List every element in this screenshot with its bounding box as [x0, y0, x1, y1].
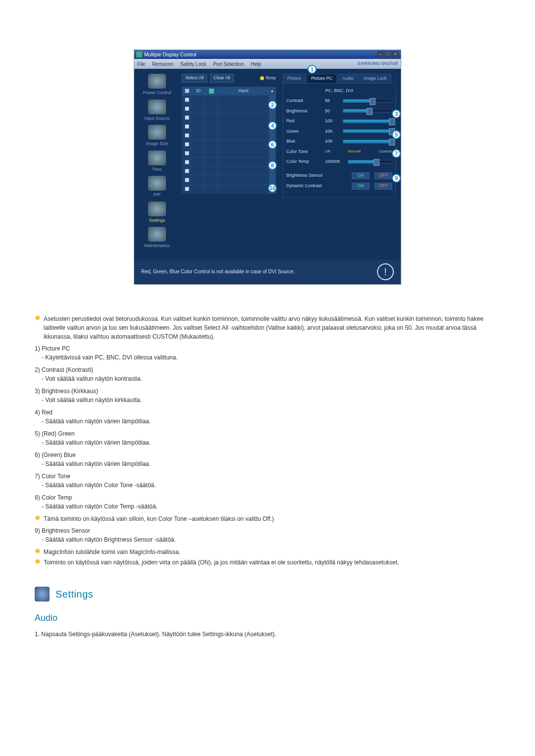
device-list-pane: Select All Clear All Busy ID Input ▴: [182, 74, 276, 252]
pip-icon: [148, 176, 166, 191]
table-row[interactable]: [182, 131, 275, 140]
sidebar-item-pip[interactable]: PIP: [148, 176, 166, 199]
intro-paragraph: Asetusten perustiedot ovat tietoruudukos…: [44, 314, 505, 341]
sidebar-item-settings[interactable]: Settings: [148, 202, 166, 224]
power-icon: [148, 74, 166, 89]
callout-8: 8: [268, 161, 277, 170]
audio-step-1: 1. Napsauta Settings-pääkuvaketta (Asetu…: [35, 630, 505, 639]
param-color-temp: Color Temp 10000K: [286, 158, 392, 165]
param-red: Red 100: [286, 118, 392, 125]
table-row[interactable]: [182, 104, 275, 113]
settings-panel: Picture Picture PC Audio Image Lock PC, …: [280, 74, 396, 252]
input-source-icon: [148, 100, 166, 114]
tab-image-lock[interactable]: Image Lock: [359, 74, 391, 83]
list-item: 9) Brightness Sensor- Säätää valitun näy…: [35, 526, 505, 544]
footer-text: Red, Green, Blue Color Control is not av…: [141, 268, 295, 275]
scrollbar-up[interactable]: ▴: [269, 87, 275, 95]
callout-1: 1: [308, 65, 317, 74]
sidebar-item-image-size[interactable]: Image Size: [146, 125, 168, 148]
star-icon: ✱: [35, 514, 41, 523]
minimize-button[interactable]: –: [377, 51, 384, 58]
settings-cube-icon: [35, 587, 50, 602]
param-blue: Blue 100: [286, 138, 392, 145]
table-row[interactable]: [182, 95, 275, 104]
table-row[interactable]: [182, 140, 275, 149]
star-icon: ✱: [35, 548, 41, 556]
select-all-button[interactable]: Select All: [182, 74, 207, 83]
star-icon: ✱: [35, 558, 41, 567]
sidebar-item-input-source[interactable]: Input Source: [144, 100, 169, 122]
note-magicinfo: MagicInfoin tulolähde toimii vain MagicI…: [44, 548, 180, 556]
col-checkbox[interactable]: [182, 87, 192, 95]
col-id[interactable]: ID: [192, 87, 205, 95]
table-row[interactable]: [182, 122, 275, 131]
brightness-sensor-on-button[interactable]: ON: [352, 172, 370, 179]
param-contrast: Contrast 56: [286, 98, 392, 104]
sidebar-item-power-control[interactable]: Power Control: [143, 74, 171, 97]
image-size-icon: [148, 125, 166, 140]
param-brightness: Brightness 50: [286, 108, 392, 115]
device-grid-body: ▾: [182, 95, 275, 193]
param-green: Green 100: [286, 128, 392, 135]
brightness-sensor-off-button[interactable]: OFF: [374, 172, 392, 179]
col-status-icon[interactable]: [205, 87, 218, 95]
red-slider[interactable]: [343, 119, 392, 123]
table-row[interactable]: ▾: [182, 184, 275, 193]
close-button[interactable]: ×: [392, 51, 399, 58]
tab-audio[interactable]: Audio: [338, 74, 358, 83]
settings-icon: [148, 202, 166, 216]
list-item: 8) Color Temp- Säätää valitun näytön Col…: [35, 493, 505, 511]
color-tone-selector[interactable]: Off Normal Custom: [325, 149, 392, 154]
window-controls: – □ ×: [377, 51, 399, 58]
menu-remocon[interactable]: Remocon: [152, 60, 173, 68]
callout-2: 2: [268, 101, 277, 109]
sidebar-item-maintenance[interactable]: Maintenance: [144, 227, 170, 250]
callout-3: 3: [392, 109, 401, 118]
table-row[interactable]: [182, 157, 275, 166]
list-item: 4) Red- Säätää valitun näytön värien läm…: [35, 408, 505, 426]
callout-7: 7: [392, 149, 401, 158]
green-slider[interactable]: [343, 129, 392, 133]
note-power-on: Toiminto on käytössä vain näytöissä, joi…: [44, 558, 399, 567]
list-item: 5) (Red) Green- Säätää valitun näytön vä…: [35, 429, 505, 447]
list-item: 7) Color Tone- Säätää valitun näytön Col…: [35, 472, 505, 490]
blue-slider[interactable]: [343, 140, 392, 144]
callout-6: 6: [268, 140, 277, 149]
col-input[interactable]: Input: [218, 87, 269, 95]
section-heading-settings: Settings: [35, 587, 505, 602]
window-title: Multiple Display Control: [144, 51, 196, 58]
menu-help[interactable]: Help: [251, 60, 261, 68]
dynamic-contrast-on-button[interactable]: ON: [352, 183, 370, 190]
callout-9: 9: [392, 174, 401, 183]
brightness-slider[interactable]: [343, 109, 392, 113]
menu-port-selection[interactable]: Port Selection: [213, 60, 244, 68]
callout-4: 4: [268, 121, 277, 130]
warning-icon: !: [377, 263, 394, 280]
time-icon: [148, 151, 166, 165]
sidebar-item-time[interactable]: Time: [148, 151, 166, 173]
color-temp-slider[interactable]: [348, 160, 392, 164]
subsection-audio: Audio: [35, 611, 505, 625]
busy-label: Busy: [266, 75, 276, 82]
menu-safety-lock[interactable]: Safety Lock: [180, 60, 206, 68]
menu-file[interactable]: File: [137, 60, 145, 68]
document-body: ✱Asetusten perustiedot ovat tietoruuduko…: [35, 314, 505, 639]
list-item: 1) Picture PC- Käytettävissä vain PC, BN…: [35, 344, 505, 362]
table-row[interactable]: [182, 166, 275, 175]
list-item: 2) Contrast (Kontrasti)- Voit säätää val…: [35, 365, 505, 383]
menubar: File Remocon Safety Lock Port Selection …: [134, 59, 401, 69]
app-window: Multiple Display Control – □ × File Remo…: [134, 50, 401, 285]
tab-picture[interactable]: Picture: [283, 74, 306, 83]
tab-picture-pc[interactable]: Picture PC: [307, 74, 337, 83]
maximize-button[interactable]: □: [384, 51, 391, 58]
footer-note: Red, Green, Blue Color Control is not av…: [134, 259, 401, 284]
mode-label: PC, BNC, DVI: [286, 88, 392, 95]
clear-all-button[interactable]: Clear All: [210, 74, 234, 83]
table-row[interactable]: [182, 175, 275, 184]
dynamic-contrast-off-button[interactable]: OFF: [374, 183, 392, 190]
contrast-slider[interactable]: [343, 99, 392, 103]
star-icon: ✱: [35, 314, 41, 341]
table-row[interactable]: [182, 113, 275, 122]
table-row[interactable]: [182, 149, 275, 157]
param-brightness-sensor: Brightness Sensor ON OFF: [286, 172, 392, 179]
